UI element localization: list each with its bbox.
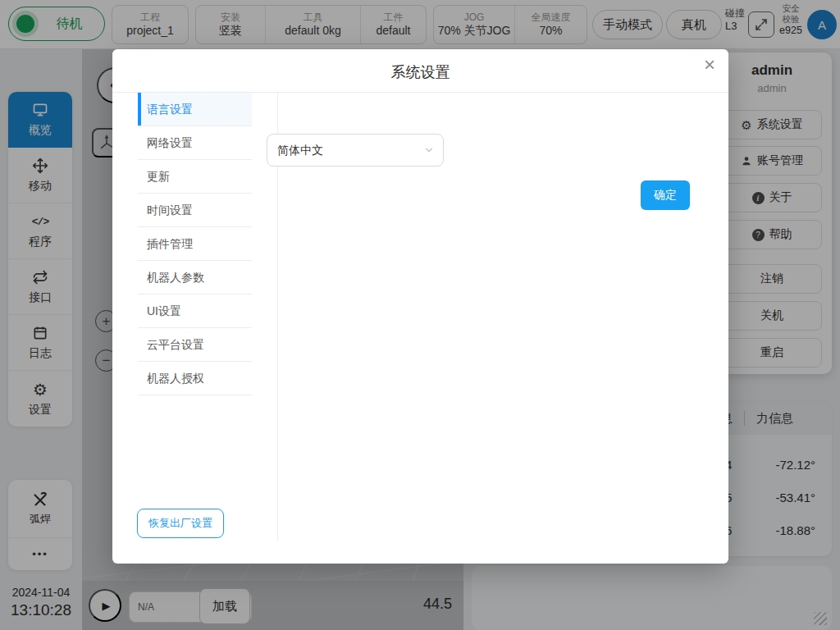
nav-item-network[interactable]: 网络设置 xyxy=(138,126,252,160)
factory-reset-button[interactable]: 恢复出厂设置 xyxy=(137,509,224,538)
nav-item-cloud[interactable]: 云平台设置 xyxy=(138,328,252,362)
nav-item-language[interactable]: 语言设置 xyxy=(138,93,252,126)
chevron-down-icon xyxy=(423,144,435,159)
language-select[interactable]: 简体中文 xyxy=(267,134,444,167)
nav-item-robot-params[interactable]: 机器人参数 xyxy=(138,261,252,294)
nav-item-update[interactable]: 更新 xyxy=(138,160,252,194)
confirm-button[interactable]: 确定 xyxy=(641,180,690,210)
nav-item-robot-license[interactable]: 机器人授权 xyxy=(138,362,252,395)
nav-item-ui[interactable]: UI设置 xyxy=(138,294,252,328)
nav-item-plugins[interactable]: 插件管理 xyxy=(138,227,252,261)
settings-nav: 语言设置 网络设置 更新 时间设置 插件管理 机器人参数 UI设置 云平台设置 … xyxy=(138,93,252,395)
close-icon[interactable]: × xyxy=(704,52,715,77)
language-select-value: 简体中文 xyxy=(277,135,323,166)
modal-title: 系统设置 xyxy=(112,62,728,82)
system-settings-modal: 系统设置 × 语言设置 网络设置 更新 时间设置 插件管理 机器人参数 UI设置… xyxy=(112,49,728,564)
nav-item-time[interactable]: 时间设置 xyxy=(138,194,252,227)
robot-control-app: 待机 工程 project_1 安装 竖装 工具 default 0kg 工件 … xyxy=(0,0,840,630)
